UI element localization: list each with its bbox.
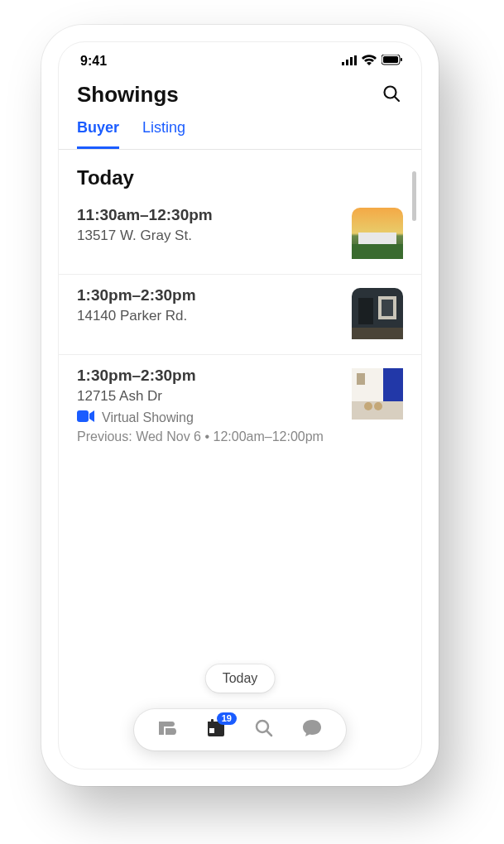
showing-row[interactable]: 1:30pm–2:30pm 12715 Ash Dr Virtual Showi… (59, 355, 421, 459)
app-header: Showings (59, 74, 421, 111)
property-thumbnail (352, 208, 403, 259)
showing-time: 11:30am–12:30pm (77, 206, 342, 224)
page-title: Showings (77, 82, 179, 108)
svg-rect-11 (352, 244, 403, 259)
wifi-icon (362, 54, 377, 69)
svg-rect-27 (209, 728, 214, 733)
status-bar: 9:41 (59, 42, 421, 74)
svg-rect-13 (358, 298, 373, 324)
svg-rect-17 (77, 410, 89, 422)
nav-search[interactable] (253, 719, 275, 741)
phone-frame: 9:41 Showings Buyer (41, 25, 439, 786)
showing-time: 1:30pm–2:30pm (77, 286, 342, 305)
svg-rect-3 (354, 55, 357, 65)
svg-rect-6 (401, 58, 402, 61)
tab-listing[interactable]: Listing (142, 119, 185, 149)
search-icon (254, 718, 274, 741)
bottom-nav: 19 (134, 709, 346, 750)
property-thumbnail (352, 368, 403, 420)
showing-address: 12715 Ash Dr (77, 388, 342, 405)
showing-info: 1:30pm–2:30pm 14140 Parker Rd. (77, 286, 342, 329)
search-icon (382, 84, 401, 107)
virtual-showing-tag: Virtual Showing (77, 410, 342, 426)
svg-point-23 (364, 402, 372, 410)
showing-info: 1:30pm–2:30pm 12715 Ash Dr Virtual Showi… (77, 367, 342, 444)
svg-rect-1 (346, 60, 348, 65)
svg-rect-0 (342, 62, 344, 65)
status-time: 9:41 (80, 54, 107, 69)
svg-line-31 (267, 731, 272, 736)
cellular-icon (342, 54, 357, 69)
section-header-today: Today (59, 150, 421, 194)
app-screen: 9:41 Showings Buyer (58, 41, 422, 770)
svg-rect-2 (350, 57, 353, 65)
scroll-indicator[interactable] (412, 171, 416, 221)
nav-chat[interactable] (301, 719, 323, 741)
svg-rect-28 (211, 719, 214, 723)
status-icons (342, 54, 403, 69)
svg-rect-16 (352, 328, 403, 339)
property-thumbnail (352, 288, 403, 339)
showing-info: 11:30am–12:30pm 13517 W. Gray St. (77, 206, 342, 249)
video-icon (77, 410, 95, 426)
previous-showing: Previous: Wed Nov 6 • 12:00am–12:00pm (77, 429, 342, 444)
virtual-label: Virtual Showing (102, 410, 194, 425)
calendar-badge: 19 (217, 712, 237, 725)
svg-rect-15 (382, 300, 393, 316)
showing-row[interactable]: 1:30pm–2:30pm 14140 Parker Rd. (59, 275, 421, 355)
chat-icon (302, 719, 322, 741)
svg-rect-10 (358, 233, 396, 244)
header-search-button[interactable] (380, 84, 403, 107)
showing-time: 1:30pm–2:30pm (77, 367, 342, 385)
svg-rect-21 (357, 373, 365, 385)
svg-rect-20 (352, 368, 383, 401)
svg-rect-5 (383, 56, 398, 63)
logo-icon (157, 720, 179, 740)
showing-address: 14140 Parker Rd. (77, 308, 342, 324)
tabs: Buyer Listing (59, 111, 421, 150)
svg-point-24 (374, 402, 382, 410)
today-chip-button[interactable]: Today (206, 664, 275, 693)
tab-buyer[interactable]: Buyer (77, 119, 119, 149)
nav-calendar[interactable]: 19 (205, 719, 227, 741)
showing-row[interactable]: 11:30am–12:30pm 13517 W. Gray St. (59, 194, 421, 275)
svg-line-8 (395, 97, 399, 101)
nav-home[interactable] (157, 719, 179, 741)
showing-address: 13517 W. Gray St. (77, 228, 342, 244)
battery-icon (382, 54, 403, 69)
